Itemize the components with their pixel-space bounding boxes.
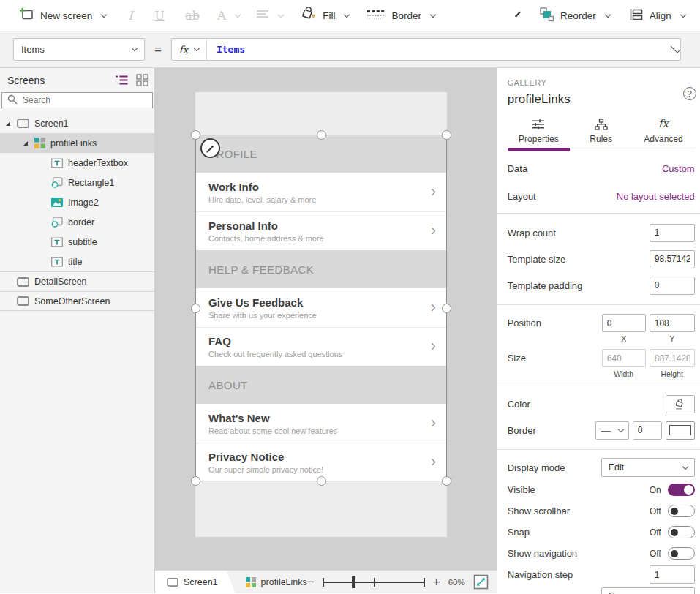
chevron-down-icon [680, 11, 686, 17]
expand-caret-icon[interactable] [23, 141, 28, 146]
font-color-button[interactable]: A [217, 8, 240, 23]
new-screen-icon [19, 7, 34, 23]
gallery-section-header[interactable]: PROFILE [195, 135, 447, 173]
template-padding-input[interactable] [650, 277, 695, 295]
tree-item-screen1[interactable]: Screen1 [0, 113, 154, 133]
tree-item-profilelinks[interactable]: profileLinks [0, 133, 154, 153]
tree-item-label: title [68, 257, 82, 267]
zoom-slider[interactable] [323, 576, 425, 589]
screen-breadcrumb-tab[interactable]: Screen1 [155, 571, 236, 593]
gallery-icon [246, 577, 256, 587]
shape-icon [51, 177, 63, 188]
display-mode-dropdown[interactable]: Edit [601, 458, 695, 477]
data-value-link[interactable]: Custom [662, 163, 695, 174]
wrap-count-input[interactable] [650, 224, 695, 242]
paint-bucket-icon [301, 7, 317, 24]
gallery-item-privacy-notice[interactable]: Privacy Notice Our super simple privacy … [195, 443, 447, 481]
template-size-input[interactable] [650, 250, 695, 268]
data-label: Data [508, 163, 527, 174]
position-x-input[interactable] [602, 314, 646, 332]
zoom-slider-handle[interactable] [352, 576, 355, 588]
italic-button[interactable]: I [128, 9, 132, 23]
property-dropdown[interactable]: Items [13, 38, 145, 61]
gallery-item-faq[interactable]: FAQ Check out frequently asked questions… [195, 327, 447, 366]
align-objects-icon [629, 8, 644, 23]
layout-value-link[interactable]: No layout selected [617, 191, 695, 202]
font-color-label: A [217, 8, 226, 23]
border-width-input[interactable] [633, 421, 662, 440]
tab-rules[interactable]: Rules [570, 116, 632, 151]
control-breadcrumb[interactable]: profileLinks [246, 577, 307, 587]
border-style-dropdown[interactable]: — [595, 421, 629, 440]
tab-properties[interactable]: Properties [508, 116, 570, 151]
tab-advanced[interactable]: fx Advanced [632, 116, 694, 151]
border-button[interactable]: Border [366, 9, 435, 23]
properties-panel: GALLERY profileLinks ? Properties [497, 68, 700, 593]
color-label: Color [508, 399, 530, 410]
reorder-button[interactable]: Reorder [539, 7, 610, 24]
search-input[interactable] [23, 95, 147, 105]
screen-preview[interactable]: PROFILE Work Info Hire date, level, sala… [195, 92, 447, 537]
fx-icon: fx [658, 119, 669, 130]
gallery-item-whats-new[interactable]: What's New Read about some cool new feat… [195, 404, 447, 443]
tree-item-subtitle[interactable]: subtitle [0, 232, 154, 252]
chevron-down-icon [132, 45, 138, 51]
position-y-input[interactable] [650, 314, 695, 332]
more-commands-chevron-icon[interactable] [515, 12, 521, 18]
tree-item-rectangle1[interactable]: Rectangle1 [0, 173, 154, 192]
color-picker-button[interactable] [666, 395, 695, 413]
snap-state-label: Off [650, 527, 661, 538]
chevron-down-icon [278, 11, 284, 17]
align-button[interactable]: Align [629, 8, 685, 23]
help-icon[interactable]: ? [683, 87, 696, 100]
fx-button[interactable]: fx [172, 39, 207, 60]
align-text-button[interactable] [256, 10, 283, 22]
formula-input[interactable]: Items [207, 44, 667, 55]
tree-view-icon[interactable] [115, 74, 129, 86]
zoom-in-button[interactable]: + [433, 576, 440, 588]
profilelinks-gallery[interactable]: PROFILE Work Info Hire date, level, sala… [195, 135, 447, 481]
header-textbox-preview[interactable] [195, 92, 447, 135]
formula-bar: Items = fx Items [0, 31, 700, 68]
fill-button[interactable]: Fill [301, 7, 349, 24]
navigation-step-input[interactable] [650, 565, 695, 584]
expand-caret-icon[interactable] [6, 121, 10, 126]
fill-label: Fill [323, 10, 335, 21]
show-navigation-toggle[interactable] [668, 547, 695, 560]
tree-item-title[interactable]: title [0, 252, 154, 271]
design-canvas[interactable]: PROFILE Work Info Hire date, level, sala… [155, 68, 497, 570]
height-label: Height [661, 369, 683, 378]
gallery-item-personal-info[interactable]: Personal Info Contacts, home address & m… [195, 211, 447, 250]
screen-empty-area[interactable] [195, 481, 447, 537]
edit-gallery-button[interactable] [200, 138, 220, 158]
screen-icon [17, 119, 29, 128]
tree-item-border[interactable]: border [0, 212, 154, 232]
size-label: Size [508, 353, 526, 364]
new-screen-label: New screen [40, 10, 92, 21]
chevron-down-icon [604, 11, 610, 17]
tree-item-detailscreen[interactable]: DetailScreen [0, 271, 154, 291]
tree-item-label: DetailScreen [34, 277, 87, 287]
new-screen-button[interactable]: New screen [19, 7, 106, 23]
snap-toggle[interactable] [668, 526, 695, 538]
border-color-button[interactable] [666, 421, 695, 440]
tree-item-image2[interactable]: Image2 [0, 192, 154, 212]
thumbnail-view-icon[interactable] [136, 74, 148, 86]
transition-dropdown[interactable]: None [601, 587, 695, 594]
underline-button[interactable]: U [155, 9, 165, 23]
strikethrough-button[interactable]: ab [185, 9, 200, 23]
zoom-out-button[interactable]: − [307, 576, 315, 588]
tree-item-headertextbox[interactable]: headerTextbox [0, 153, 154, 173]
text-align-icon [256, 10, 269, 22]
layout-label: Layout [508, 191, 536, 202]
screens-search-box[interactable] [1, 92, 153, 108]
fit-to-window-button[interactable] [473, 574, 489, 590]
tree-item-someotherscreen[interactable]: SomeOtherScreen [0, 291, 154, 311]
gallery-section-header[interactable]: ABOUT [195, 366, 447, 404]
gallery-item-give-us-feedback[interactable]: Give Us Feedback Share with us your expe… [195, 288, 447, 327]
formula-expand-chevron-icon[interactable] [671, 43, 680, 53]
visible-toggle[interactable] [668, 484, 695, 496]
show-scrollbar-toggle[interactable] [668, 505, 695, 517]
gallery-section-header[interactable]: HELP & FEEDBACK [195, 250, 447, 288]
gallery-item-work-info[interactable]: Work Info Hire date, level, salary & mor… [195, 173, 447, 211]
